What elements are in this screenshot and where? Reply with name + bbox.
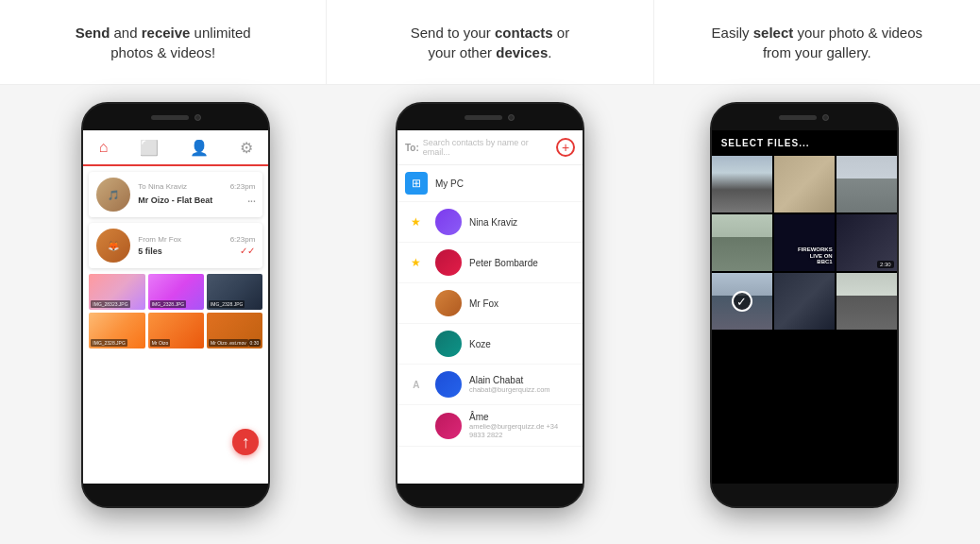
thumb-1: IMG_28323.JPG [89,274,144,310]
thumb-5-label: Mr Oizo [150,339,171,347]
thumb-2-label: IMG_2328.JPG [150,300,186,308]
contact-item-ame[interactable]: Âme amelie@burgerquizz.de +34 9833 2822 [397,405,583,447]
contact-sub-alain: chabat@burgerquizz.com [469,385,550,394]
message-2-status: ✓✓ [240,246,255,256]
message-1-recipient: To Nina Kraviz [138,182,187,191]
thumb-3: IMG_2328.JPG [207,274,262,310]
header-text-2: Send to your contacts oryour other devic… [411,23,569,62]
phone-1-thumbnails: IMG_28323.JPG IMG_2328.JPG IMG_2328.JPG … [89,274,262,348]
star-icon-nina: ★ [411,215,421,229]
nav-person-icon[interactable]: 👤 [190,139,209,157]
avatar-fox-img: 🦊 [96,229,130,263]
phone-3-bottom-bar [712,484,897,506]
avatar-peter [435,249,462,276]
thumb-4-label: IMG_2328.JPG [91,339,127,347]
message-card-2[interactable]: 🦊 From Mr Fox 6:23pm 5 files ✓✓ [89,223,262,268]
fab-icon: ↑ [242,433,250,452]
contact-name-nina: Nina Kraviz [469,217,517,228]
phone-2-speaker [465,115,502,120]
avatar-ame [435,413,462,439]
fireworks-text: FIREWORKSLIVE ONBBC1 [798,246,833,265]
grid-cell-5[interactable]: FIREWORKSLIVE ONBBC1 [774,214,835,271]
message-2-top: From Mr Fox 6:23pm [138,235,255,244]
grid-cell-2[interactable] [774,156,835,212]
header-col-3: Easily select your photo & videosfrom yo… [654,0,980,84]
thumb-2: IMG_2328.JPG [148,274,204,310]
avatar-nina-list [435,209,462,235]
section-a-separator: A Alain Chabat chabat@burgerquizz.com [397,365,583,405]
phone-2-screen: To: Search contacts by name or email... … [397,130,583,484]
nav-settings-icon[interactable]: ⚙ [240,139,253,157]
grid-cell-1[interactable] [712,156,772,212]
contact-item-nina[interactable]: ★ Nina Kraviz [397,202,583,243]
message-1-time: 6:23pm [230,182,256,191]
phones-section: ⌂ ⬜ 👤 ⚙ 🎵 To Nina Kraviz 6:23pm [0,85,980,544]
photo-grid: FIREWORKSLIVE ONBBC1 2:30 ✓ [712,156,897,388]
contact-name-peter: Peter Bombarde [469,258,538,268]
header-col-1: Send and receive unlimitedphotos & video… [0,0,327,84]
avatar-mrfox [435,290,462,316]
message-2-title: 5 files [138,246,162,256]
thumb-5: Mr Oizo [148,313,204,348]
message-2-sender: From Mr Fox [138,235,181,244]
section-letter-a: A [413,380,419,390]
phone-1-camera [194,114,201,121]
message-1-body: To Nina Kraviz 6:23pm Mr Oizo - Flat Bea… [138,182,255,208]
to-label: To: [405,143,419,153]
message-1-top: To Nina Kraviz 6:23pm [138,182,255,191]
contact-list: ⊞ My PC ★ Nina Kraviz ★ [397,165,583,447]
phone-2-bottom-bar [397,484,583,506]
contact-name-koze: Koze [469,339,491,349]
contact-item-peter[interactable]: ★ Peter Bombarde [397,243,583,283]
search-input-placeholder[interactable]: Search contacts by name or email... [423,138,552,157]
contact-info-alain: Alain Chabat chabat@burgerquizz.com [469,375,550,394]
add-contact-button[interactable]: + [556,138,575,157]
avatar-nina-img: 🎵 [96,178,130,212]
avatar-alain [435,371,462,398]
select-files-header: SELECT FILES... [712,130,897,156]
contact-item-koze[interactable]: Koze [397,324,583,365]
contact-name-ame: Âme [469,412,575,422]
fab-button[interactable]: ↑ [232,429,259,455]
section-a-area: A [405,380,428,390]
star-icon-area-nina: ★ [405,215,428,229]
phone-1-nav: ⌂ ⬜ 👤 ⚙ [83,130,268,166]
grid-cell-9[interactable] [836,273,897,330]
message-2-body: From Mr Fox 6:23pm 5 files ✓✓ [138,235,255,256]
message-2-time: 6:23pm [230,235,256,244]
message-card-1[interactable]: 🎵 To Nina Kraviz 6:23pm Mr Oizo - Flat B… [89,172,262,217]
grid-cell-4[interactable] [712,214,772,271]
phone-2-top-bar [397,104,583,130]
phone-2: To: Search contacts by name or email... … [396,102,584,508]
contact-name-alain: Alain Chabat [469,375,550,385]
thumb-6: 0:30 Mr Oizo .est.mov [207,313,262,348]
grid-cell-7[interactable]: ✓ [712,273,772,330]
contact-sub-ame: amelie@burgerquizz.de +34 9833 2822 [469,422,575,439]
thumb-1-label: IMG_28323.JPG [91,300,129,308]
phone-3-speaker [779,115,817,120]
grid-cell-8[interactable] [774,273,835,330]
header-text-3: Easily select your photo & videosfrom yo… [712,23,923,62]
thumb-3-label: IMG_2328.JPG [209,300,245,308]
header: Send and receive unlimitedphotos & video… [0,0,980,85]
grid-cell-3[interactable] [836,156,897,212]
nav-folder-icon[interactable]: ⬜ [140,139,159,157]
contact-item-mrfox[interactable]: Mr Fox [397,283,583,324]
contact-item-mypc[interactable]: ⊞ My PC [397,165,583,202]
phone-3-screen: SELECT FILES... FIREWORKSLIVE ONBBC1 [712,130,897,484]
grid-cell-6[interactable]: 2:30 [836,214,897,271]
star-icon-area-peter: ★ [405,256,428,269]
avatar-nina: 🎵 [96,178,130,212]
nav-home-icon[interactable]: ⌂ [99,139,109,156]
message-1-status: ··· [247,193,256,208]
avatar-koze [435,331,462,357]
contact-name-mypc: My PC [435,178,464,189]
message-1-title: Mr Oizo - Flat Beat [138,196,212,205]
avatar-fox: 🦊 [96,229,130,263]
selection-overlay-7: ✓ [712,273,772,330]
phone-3-top-bar [712,104,897,130]
phone-1: ⌂ ⬜ 👤 ⚙ 🎵 To Nina Kraviz 6:23pm [81,102,270,508]
pc-icon-area: ⊞ [405,172,428,195]
pc-icon: ⊞ [405,172,428,195]
phone-3: SELECT FILES... FIREWORKSLIVE ONBBC1 [710,102,899,508]
